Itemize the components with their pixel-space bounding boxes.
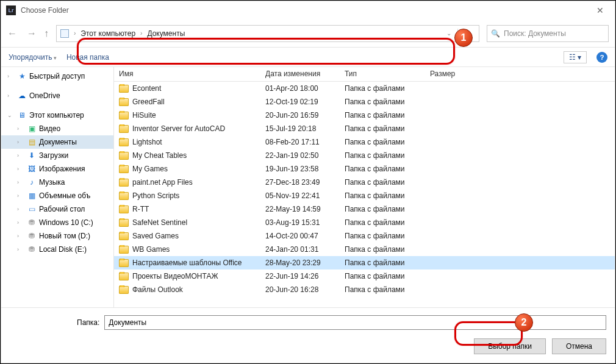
file-name: Настраиваемые шаблоны Office [132,259,242,267]
nav-up-icon[interactable]: ↑ [44,28,49,39]
folder-row[interactable]: Файлы Outlook20-Jun-20 16:28Папка с файл… [114,283,615,296]
breadcrumb-current[interactable]: Документы [147,29,185,38]
sidebar-item[interactable]: Рабочий стол [39,205,85,213]
sidebar-item[interactable]: Загрузки [39,151,68,160]
file-type: Папка с файлами [340,165,425,173]
file-date: 15-Jul-19 20:18 [260,124,340,133]
address-bar[interactable]: › Этот компьютер › Документы ⌄ ↻ [56,25,479,42]
address-dropdown-icon[interactable]: ⌄ [443,30,455,37]
file-type: Папка с файлами [340,191,425,200]
organize-menu[interactable]: Упорядочить [9,53,57,62]
folder-row[interactable]: paint.net App Files27-Dec-18 23:49Папка … [114,176,615,189]
sidebar-item[interactable]: Документы [39,138,77,146]
column-header-date[interactable]: Дата изменения [260,67,340,81]
close-button[interactable]: ✕ [590,5,610,15]
folder-row[interactable]: My Cheat Tables22-Jan-19 02:50Папка с фа… [114,149,615,162]
file-date: 27-Dec-18 23:49 [260,178,340,187]
file-type: Папка с файлами [340,151,425,160]
file-date: 08-Feb-20 17:11 [260,138,340,146]
folder-icon [119,152,129,160]
sidebar-quick-access[interactable]: Быстрый доступ [29,72,85,80]
sidebar-item[interactable]: Объемные объ [39,191,90,200]
sidebar-this-pc[interactable]: Этот компьютер [29,111,84,120]
folder-row[interactable]: Настраиваемые шаблоны Office28-May-20 23… [114,256,615,269]
file-date: 05-Nov-19 22:41 [260,191,340,200]
breadcrumb-root[interactable]: Этот компьютер [81,29,135,38]
folder-row[interactable]: GreedFall12-Oct-19 02:19Папка с файлами [114,95,615,109]
file-name: Saved Games [132,232,179,240]
folder-icon [119,165,129,173]
file-type: Папка с файлами [340,98,425,106]
choose-folder-button[interactable]: Выбор папки [474,338,546,354]
refresh-icon[interactable]: ↻ [457,29,475,38]
folder-row[interactable]: Проекты ВидеоМОНТАЖ22-Jun-19 14:26Папка … [114,269,615,283]
disk-icon: ⛃ [27,218,37,227]
folder-icon [119,98,129,106]
file-type: Папка с файлами [340,124,425,133]
file-type: Папка с файлами [340,178,425,187]
folder-row[interactable]: Econtent01-Apr-20 18:00Папка с файлами [114,82,615,95]
desktop-icon: ▭ [27,204,37,214]
sidebar-item[interactable]: Новый том (D:) [39,232,90,240]
column-header-name[interactable]: Имя [114,67,260,81]
cancel-button[interactable]: Отмена [552,338,606,354]
folder-row[interactable]: Inventor Server for AutoCAD15-Jul-19 20:… [114,122,615,135]
file-name: Файлы Outlook [132,285,183,294]
folder-icon [119,85,129,93]
file-type: Папка с файлами [340,285,425,294]
navigation-tree[interactable]: ›★Быстрый доступ ›☁OneDrive ⌄🖥Этот компь… [1,67,114,307]
search-box[interactable]: 🔍 Поиск: Документы [487,25,609,42]
folder-row[interactable]: HiSuite20-Jun-20 16:59Папка с файлами [114,109,615,122]
folder-row[interactable]: My Games19-Jun-19 23:58Папка с файлами [114,162,615,176]
file-date: 22-Jan-19 02:50 [260,151,340,160]
folder-icon [119,219,129,227]
music-icon: ♪ [27,177,37,187]
folder-icon [119,179,129,187]
folder-row[interactable]: WB Games24-Jan-20 01:31Папка с файлами [114,243,615,256]
file-name: Python Scripts [132,191,179,200]
folder-icon [119,286,129,294]
help-icon[interactable]: ? [596,52,607,63]
pc-icon: 🖥 [17,110,27,120]
column-header-type[interactable]: Тип [340,67,425,81]
folder-row[interactable]: SafeNet Sentinel03-Aug-19 15:31Папка с ф… [114,216,615,229]
cloud-icon: ☁ [17,91,27,101]
file-date: 20-Jun-20 16:28 [260,285,340,294]
nav-forward-icon[interactable]: → [27,28,37,39]
file-name: Проекты ВидеоМОНТАЖ [132,272,218,280]
sidebar-onedrive[interactable]: OneDrive [29,91,60,100]
disk-icon: ⛃ [27,244,37,254]
folder-row[interactable]: Lightshot08-Feb-20 17:11Папка с файлами [114,135,615,149]
folder-input[interactable] [104,315,606,330]
file-type: Папка с файлами [340,218,425,227]
folder-icon [119,112,129,120]
sidebar-item[interactable]: Local Disk (E:) [39,245,87,254]
file-name: HiSuite [132,111,156,120]
file-name: Lightshot [132,138,162,146]
column-header-size[interactable]: Размер [425,67,480,81]
nav-back-icon[interactable]: ← [7,28,17,39]
file-type: Папка с файлами [340,205,425,213]
file-type: Папка с файлами [340,232,425,240]
sidebar-item[interactable]: Изображения [39,165,85,173]
sidebar-item[interactable]: Музыка [39,178,65,187]
folder-icon [119,138,129,146]
file-date: 03-Aug-19 15:31 [260,218,340,227]
folder-row[interactable]: Saved Games14-Oct-20 00:47Папка с файлам… [114,229,615,243]
downloads-icon: ⬇ [27,151,37,160]
view-mode-button[interactable]: ☷ ▾ [564,51,587,63]
file-name: Econtent [132,84,161,93]
sidebar-item[interactable]: Windows 10 (C:) [39,218,93,227]
file-name: WB Games [132,245,170,254]
sidebar-item[interactable]: Видео [39,124,60,133]
folder-row[interactable]: R-TT22-May-19 14:59Папка с файлами [114,202,615,216]
file-date: 28-May-20 23:29 [260,259,340,267]
chevron-right-icon: › [74,30,76,37]
app-icon: Lr [6,5,16,15]
folder-row[interactable]: Python Scripts05-Nov-19 22:41Папка с фай… [114,189,615,202]
file-date: 24-Jan-20 01:31 [260,245,340,254]
file-name: Inventor Server for AutoCAD [132,124,225,133]
new-folder-button[interactable]: Новая папка [66,53,109,62]
file-date: 12-Oct-19 02:19 [260,98,340,106]
folder-icon [119,232,129,240]
